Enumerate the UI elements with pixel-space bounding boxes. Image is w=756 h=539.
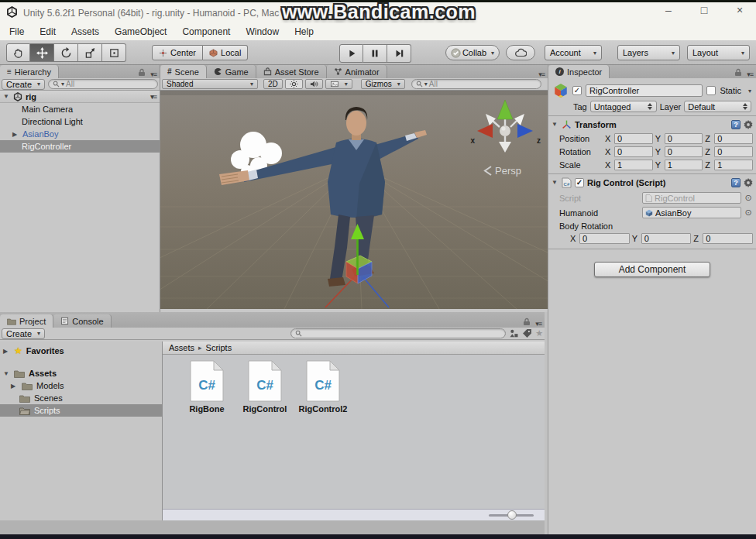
layers-dropdown[interactable]: Layers ▾ — [617, 45, 680, 60]
menu-help[interactable]: Help — [287, 26, 321, 37]
search-by-type-icon[interactable] — [509, 328, 519, 338]
name-input[interactable]: RigController — [586, 84, 703, 97]
2d-toggle[interactable]: 2D — [263, 79, 283, 89]
gear-icon[interactable] — [744, 178, 753, 187]
humanoid-field[interactable]: AsianBoy — [642, 207, 741, 218]
tab-scene[interactable]: # Scene — [160, 65, 207, 78]
audio-toggle[interactable] — [305, 79, 323, 89]
hierarchy-search-input[interactable]: ▾ All — [48, 79, 158, 89]
project-tree-scripts[interactable]: Scripts — [0, 404, 162, 417]
scene-search-input[interactable]: ▾ All — [411, 79, 541, 89]
tab-project[interactable]: Project — [0, 314, 53, 328]
rect-tool-button[interactable] — [102, 43, 126, 62]
foldout-closed-icon[interactable]: ▶ — [11, 383, 18, 390]
hierarchy-item-main-camera[interactable]: Main Camera — [0, 103, 160, 115]
help-icon[interactable]: ? — [731, 120, 741, 129]
collab-dropdown[interactable]: Collab ▾ — [445, 45, 500, 60]
hierarchy-create-button[interactable]: Create ▾ — [2, 79, 45, 90]
object-picker-icon[interactable]: ⊙ — [744, 193, 753, 203]
position-y-field[interactable]: 0 — [665, 133, 703, 144]
tag-dropdown[interactable]: Untagged — [590, 101, 657, 112]
foldout-open-icon[interactable]: ▼ — [552, 179, 558, 186]
rotation-local-button[interactable]: Local — [203, 45, 248, 60]
scene-menu-icon[interactable]: ▾≡ — [147, 93, 160, 101]
rotation-y-field[interactable]: 0 — [665, 146, 703, 157]
active-checkbox[interactable]: ✓ — [572, 86, 582, 95]
script-field[interactable]: RigControl — [642, 192, 741, 204]
project-create-button[interactable]: Create ▾ — [2, 328, 45, 339]
breadcrumb-current[interactable]: Scripts — [206, 343, 232, 352]
foldout-closed-icon[interactable]: ▶ — [12, 131, 19, 138]
minimize-button[interactable]: – — [660, 4, 677, 16]
foldout-open-icon[interactable]: ▼ — [3, 370, 10, 377]
transform-component-header[interactable]: ▼ Transform ? — [552, 118, 753, 131]
hierarchy-item-asianboy[interactable]: ▶ AsianBoy — [0, 128, 160, 140]
foldout-open-icon[interactable]: ▼ — [552, 121, 558, 128]
help-icon[interactable]: ? — [731, 178, 741, 187]
rotation-z-field[interactable]: 0 — [714, 146, 753, 157]
layer-dropdown[interactable]: Default — [684, 101, 751, 112]
rotation-x-field[interactable]: 0 — [614, 146, 653, 157]
menu-file[interactable]: File — [2, 26, 32, 37]
rotate-tool-button[interactable] — [54, 43, 78, 62]
pause-button[interactable] — [363, 44, 387, 63]
panel-menu-icon[interactable]: ▾≡ — [147, 70, 160, 78]
tab-game[interactable]: Game — [207, 65, 256, 78]
panel-menu-icon[interactable]: ▾≡ — [532, 320, 545, 328]
y-axis-arrow[interactable] — [356, 238, 359, 275]
gear-icon[interactable] — [744, 120, 753, 129]
pivot-center-button[interactable]: Center — [152, 45, 203, 60]
effects-dropdown[interactable]: ▾ — [325, 79, 352, 89]
slider-knob[interactable] — [507, 510, 517, 520]
tab-animator[interactable]: Animator — [327, 65, 387, 78]
lock-icon[interactable] — [523, 318, 532, 328]
scale-z-field[interactable]: 1 — [714, 160, 753, 170]
project-tree-models[interactable]: ▶ Models — [0, 379, 162, 392]
scale-tool-button[interactable] — [78, 43, 102, 62]
static-checkbox[interactable] — [706, 86, 716, 95]
panel-menu-icon[interactable]: ▾≡ — [744, 70, 756, 78]
breadcrumb-root[interactable]: Assets — [169, 343, 194, 352]
file-rigcontrol2[interactable]: C# RigControl2 — [296, 360, 350, 414]
foldout-open-icon[interactable]: ▼ — [3, 93, 10, 100]
tab-inspector[interactable]: i Inspector — [548, 65, 610, 78]
menu-window[interactable]: Window — [238, 26, 287, 37]
cloud-button[interactable] — [506, 45, 535, 60]
play-button[interactable] — [339, 44, 363, 63]
body-rotation-x-field[interactable]: 0 — [579, 233, 630, 244]
enabled-checkbox[interactable]: ✓ — [575, 178, 584, 187]
foldout-closed-icon[interactable]: ▶ — [3, 348, 10, 355]
thumbnail-size-slider[interactable] — [489, 514, 534, 517]
project-tree-favorites[interactable]: ▶ ★ Favorites — [0, 345, 162, 357]
maximize-button[interactable]: □ — [696, 4, 713, 16]
tab-asset-store[interactable]: Asset Store — [256, 65, 327, 78]
scale-y-field[interactable]: 1 — [665, 160, 703, 170]
lighting-toggle[interactable] — [285, 79, 303, 89]
object-picker-icon[interactable]: ⊙ — [744, 208, 753, 218]
project-tree-scenes[interactable]: Scenes — [0, 392, 162, 404]
menu-edit[interactable]: Edit — [32, 26, 64, 37]
menu-gameobject[interactable]: GameObject — [107, 26, 174, 37]
step-button[interactable] — [387, 44, 411, 63]
hierarchy-item-directional-light[interactable]: Directional Light — [0, 115, 160, 128]
lock-icon[interactable] — [734, 68, 744, 78]
file-rigcontrol[interactable]: C# RigControl — [238, 360, 292, 414]
static-dropdown-icon[interactable]: ▾ — [748, 88, 751, 94]
position-x-field[interactable]: 0 — [614, 133, 653, 144]
file-rigbone[interactable]: C# RigBone — [180, 360, 234, 414]
search-filter-icon[interactable]: ▾ — [61, 81, 64, 88]
lock-icon[interactable] — [138, 68, 147, 78]
panel-menu-icon[interactable]: ▾≡ — [535, 70, 548, 78]
body-rotation-y-field[interactable]: 0 — [641, 233, 692, 244]
move-tool-button[interactable] — [30, 43, 54, 62]
gizmos-dropdown[interactable]: Gizmos ▾ — [361, 79, 405, 89]
menu-component[interactable]: Component — [174, 26, 238, 37]
tab-hierarchy[interactable]: ≡ Hierarchy — [0, 65, 59, 78]
scale-x-field[interactable]: 1 — [614, 160, 653, 170]
search-by-label-icon[interactable] — [522, 328, 532, 338]
layout-dropdown[interactable]: Layout ▾ — [687, 45, 750, 60]
project-search-input[interactable] — [290, 328, 506, 338]
add-component-button[interactable]: Add Component — [594, 262, 710, 277]
project-tree-assets[interactable]: ▼ Assets — [0, 367, 162, 379]
search-filter-icon[interactable]: ▾ — [424, 81, 428, 88]
